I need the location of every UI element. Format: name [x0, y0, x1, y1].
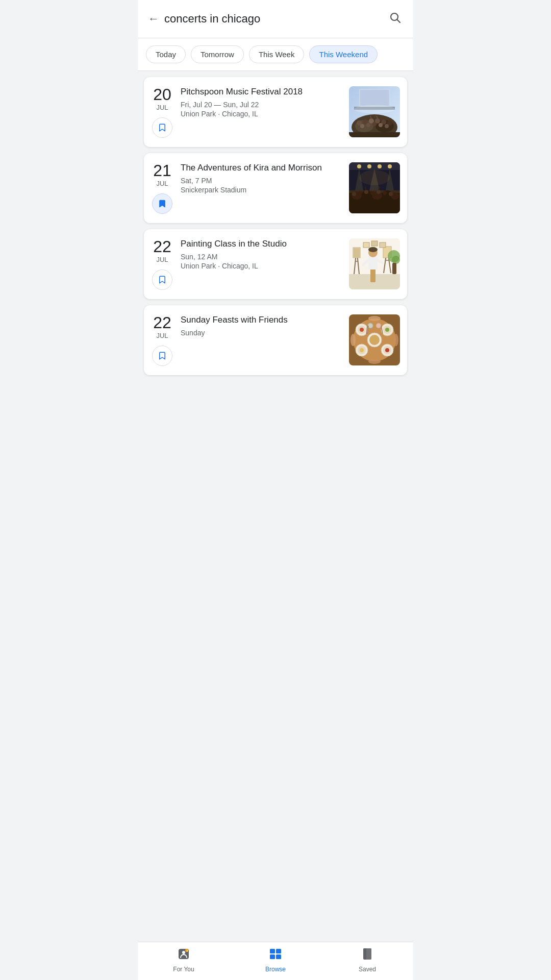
- svg-point-18: [372, 122, 377, 126]
- event-datetime-2: Sat, 7 PM: [181, 177, 342, 185]
- event-name-3: Painting Class in the Studio: [181, 238, 342, 250]
- svg-point-89: [369, 335, 380, 345]
- event-day-2: 21: [153, 162, 171, 179]
- bookmark-button-2[interactable]: [152, 193, 172, 214]
- svg-point-98: [350, 334, 356, 346]
- event-month-4: JUL: [156, 332, 168, 339]
- back-button[interactable]: ←: [148, 10, 164, 28]
- svg-rect-76: [371, 241, 378, 246]
- event-name-1: Pitchspoon Music Festival 2018: [181, 86, 342, 97]
- event-image-3: [349, 238, 400, 289]
- svg-point-52: [359, 170, 390, 185]
- event-image-1: [349, 86, 400, 137]
- svg-rect-5: [360, 90, 389, 106]
- svg-point-90: [360, 328, 364, 332]
- svg-rect-66: [370, 268, 375, 282]
- event-location-3: Union Park · Chicago, IL: [181, 262, 342, 270]
- svg-point-91: [385, 328, 389, 332]
- event-card-4[interactable]: 22 JUL Sunday Feasts with Friends Sunday: [144, 305, 407, 375]
- event-card-2[interactable]: 21 JUL The Adventures of Kira and Morris…: [144, 153, 407, 223]
- event-location-1: Union Park · Chicago, IL: [181, 110, 342, 118]
- event-date-col-3: 22 JUL: [151, 238, 173, 290]
- svg-point-46: [377, 190, 381, 194]
- filter-this-week[interactable]: This Week: [249, 45, 305, 63]
- event-name-4: Sunday Feasts with Friends: [181, 314, 342, 326]
- bookmark-button-4[interactable]: [152, 346, 172, 366]
- svg-point-96: [368, 316, 381, 321]
- svg-rect-67: [368, 256, 378, 270]
- page-title: concerts in chicago: [164, 12, 387, 26]
- svg-point-48: [389, 192, 393, 196]
- event-datetime-4: Sunday: [181, 329, 342, 337]
- svg-point-24: [354, 105, 395, 113]
- event-day-3: 22: [153, 238, 171, 255]
- svg-point-73: [392, 256, 400, 264]
- bookmark-icon-4: [158, 351, 167, 360]
- svg-rect-74: [392, 263, 396, 274]
- event-name-2: The Adventures of Kira and Morrison: [181, 162, 342, 174]
- filter-today[interactable]: Today: [146, 45, 186, 63]
- search-button[interactable]: [387, 9, 403, 29]
- svg-rect-75: [363, 242, 369, 248]
- event-date-col-1: 20 JUL: [151, 86, 173, 138]
- event-date-col-4: 22 JUL: [151, 314, 173, 366]
- svg-point-42: [352, 192, 356, 196]
- svg-point-17: [366, 123, 370, 127]
- svg-point-47: [383, 191, 387, 195]
- header: ← concerts in chicago: [138, 0, 413, 38]
- event-info-3: Painting Class in the Studio Sun, 12 AM …: [181, 238, 342, 270]
- event-info-4: Sunday Feasts with Friends Sunday: [181, 314, 342, 338]
- event-datetime-1: Fri, Jul 20 — Sun, Jul 22: [181, 101, 342, 109]
- svg-point-20: [385, 124, 389, 128]
- svg-point-31: [388, 164, 392, 168]
- filter-tomorrow[interactable]: Tomorrow: [191, 45, 244, 63]
- event-card-1[interactable]: 20 JUL Pitchspoon Music Festival 2018 Fr…: [144, 77, 407, 147]
- svg-point-28: [357, 164, 361, 168]
- event-card-3[interactable]: 22 JUL Painting Class in the Studio Sun,…: [144, 229, 407, 299]
- event-location-2: Snickerpark Stadium: [181, 186, 342, 194]
- svg-point-29: [367, 164, 371, 168]
- filter-pills: Today Tomorrow This Week This Weekend: [138, 38, 413, 71]
- svg-rect-25: [349, 132, 400, 137]
- event-day-1: 20: [153, 86, 171, 103]
- bookmark-icon-3: [158, 275, 167, 284]
- event-image-4: [349, 314, 400, 365]
- event-month-3: JUL: [156, 256, 168, 263]
- svg-point-93: [385, 348, 389, 352]
- svg-point-44: [364, 190, 368, 194]
- bookmark-button-1[interactable]: [152, 117, 172, 138]
- event-day-4: 22: [153, 314, 171, 331]
- svg-point-99: [393, 334, 398, 346]
- svg-point-16: [360, 124, 364, 128]
- search-icon: [389, 11, 401, 23]
- svg-line-1: [397, 20, 400, 23]
- event-info-1: Pitchspoon Music Festival 2018 Fri, Jul …: [181, 86, 342, 118]
- event-date-col-2: 21 JUL: [151, 162, 173, 214]
- event-month-2: JUL: [156, 180, 168, 187]
- events-list: 20 JUL Pitchspoon Music Festival 2018 Fr…: [138, 71, 413, 416]
- event-datetime-3: Sun, 12 AM: [181, 253, 342, 261]
- svg-point-43: [358, 191, 362, 195]
- svg-rect-60: [354, 248, 360, 257]
- bookmark-button-3[interactable]: [152, 270, 172, 290]
- svg-point-19: [379, 123, 383, 127]
- bookmark-icon-1: [158, 123, 167, 132]
- bookmark-icon-2: [158, 199, 167, 208]
- svg-point-95: [376, 323, 381, 328]
- svg-point-97: [368, 359, 381, 364]
- svg-point-71: [368, 247, 378, 252]
- event-month-1: JUL: [156, 104, 168, 111]
- filter-this-weekend[interactable]: This Weekend: [309, 45, 378, 63]
- svg-point-94: [368, 323, 373, 328]
- svg-point-30: [378, 164, 382, 168]
- svg-point-45: [370, 191, 374, 195]
- event-info-2: The Adventures of Kira and Morrison Sat,…: [181, 162, 342, 194]
- svg-rect-77: [380, 242, 386, 248]
- svg-point-92: [360, 348, 364, 352]
- event-image-2: [349, 162, 400, 213]
